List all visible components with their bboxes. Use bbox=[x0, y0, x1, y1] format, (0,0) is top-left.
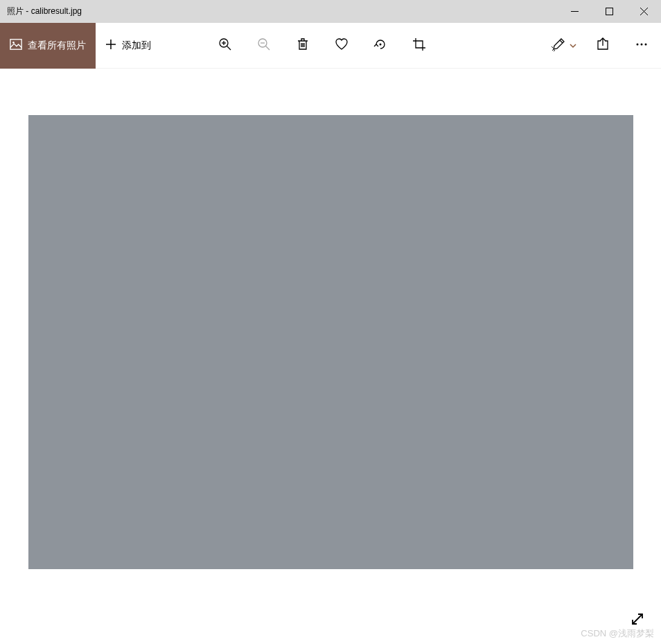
chevron-down-icon bbox=[570, 40, 576, 52]
favorite-button[interactable] bbox=[322, 23, 361, 69]
main-toolbar: 查看所有照片 添加到 bbox=[0, 23, 661, 69]
svg-line-13 bbox=[266, 46, 270, 50]
window-controls bbox=[557, 0, 661, 23]
window-titlebar: 照片 - calibresult.jpg bbox=[0, 0, 661, 23]
add-to-label: 添加到 bbox=[122, 40, 151, 52]
svg-rect-1 bbox=[606, 8, 612, 15]
trash-icon bbox=[296, 37, 310, 54]
zoom-in-button[interactable] bbox=[206, 23, 245, 69]
heart-icon bbox=[335, 37, 349, 54]
window-title: 照片 - calibresult.jpg bbox=[7, 6, 82, 17]
fullscreen-icon bbox=[631, 612, 644, 629]
delete-button[interactable] bbox=[283, 23, 322, 69]
svg-point-15 bbox=[380, 43, 382, 45]
rotate-button[interactable] bbox=[361, 23, 400, 69]
plus-icon bbox=[105, 39, 116, 52]
watermark-text: CSDN @浅雨梦梨 bbox=[581, 627, 654, 640]
share-button[interactable] bbox=[583, 23, 622, 69]
svg-line-19 bbox=[633, 614, 642, 624]
svg-point-16 bbox=[637, 43, 639, 45]
svg-point-17 bbox=[641, 43, 643, 45]
svg-line-9 bbox=[227, 46, 231, 50]
rotate-icon bbox=[373, 37, 387, 54]
zoom-out-button bbox=[245, 23, 283, 69]
close-button[interactable] bbox=[626, 0, 661, 23]
image-viewport[interactable] bbox=[28, 115, 633, 569]
edit-dropdown-button[interactable] bbox=[545, 23, 583, 69]
view-all-label: 查看所有照片 bbox=[28, 40, 86, 52]
view-all-photos-button[interactable]: 查看所有照片 bbox=[0, 23, 96, 69]
image-icon bbox=[10, 38, 22, 53]
maximize-button[interactable] bbox=[592, 0, 626, 23]
add-to-button[interactable]: 添加到 bbox=[96, 23, 161, 69]
more-icon bbox=[635, 37, 649, 54]
more-button[interactable] bbox=[622, 23, 661, 69]
edit-icon bbox=[552, 37, 565, 54]
share-icon bbox=[596, 37, 610, 54]
crop-button[interactable] bbox=[400, 23, 439, 69]
svg-point-18 bbox=[645, 43, 647, 45]
svg-rect-4 bbox=[10, 40, 21, 49]
fullscreen-button[interactable] bbox=[629, 612, 646, 629]
minimize-button[interactable] bbox=[557, 0, 592, 23]
zoom-out-icon bbox=[257, 37, 271, 54]
zoom-in-icon bbox=[218, 37, 232, 54]
content-area bbox=[0, 69, 661, 644]
crop-icon bbox=[412, 37, 426, 54]
